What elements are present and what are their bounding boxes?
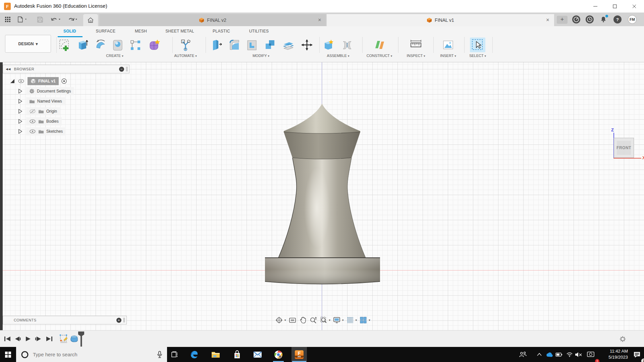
file-explorer-icon[interactable] (208, 347, 223, 362)
file-menu-button[interactable] (15, 15, 30, 24)
select-tool-button[interactable] (470, 38, 485, 52)
look-at-icon[interactable] (288, 316, 297, 324)
timeline-play-button[interactable] (23, 335, 33, 343)
create-form-button[interactable] (146, 38, 162, 52)
timeline-position-marker[interactable] (77, 331, 85, 348)
panel-minimize-icon[interactable]: − (119, 67, 124, 72)
model-body[interactable] (255, 97, 382, 290)
view-cube[interactable]: Z FRONT X (607, 127, 644, 164)
group-construct[interactable]: CONSTRUCT ▾ (367, 54, 392, 58)
ribbon-tab-solid[interactable]: SOLID (63, 29, 76, 34)
viewports-icon[interactable] (359, 316, 367, 324)
timeline-step-forward-button[interactable] (34, 335, 43, 343)
taskbar-search[interactable] (16, 347, 167, 362)
start-button[interactable] (0, 347, 16, 362)
press-pull-button[interactable] (209, 38, 224, 52)
timeline-step-back-button[interactable] (13, 335, 22, 343)
view-cube-front-face[interactable]: FRONT (614, 138, 634, 158)
undo-button[interactable] (49, 15, 63, 24)
user-avatar[interactable]: FM (628, 15, 637, 24)
automate-button[interactable] (178, 38, 193, 52)
tab-close-icon[interactable]: ✕ (317, 17, 323, 23)
group-assemble[interactable]: ASSEMBLE ▾ (327, 54, 350, 58)
chevron-down-icon[interactable]: ▾ (356, 318, 357, 322)
ribbon-tab-plastic[interactable]: PLASTIC (213, 29, 230, 34)
fit-icon[interactable] (320, 316, 328, 324)
group-insert[interactable]: INSERT ▾ (440, 54, 456, 58)
action-center-icon[interactable]: 2 (630, 347, 644, 362)
battery-icon[interactable] (553, 347, 564, 362)
workspace-selector[interactable]: DESIGN ▾ (5, 35, 51, 53)
chevron-down-icon[interactable]: ▾ (329, 318, 331, 322)
shell-button[interactable] (244, 38, 260, 52)
construct-plane-button[interactable] (372, 38, 387, 52)
left-panel-edge[interactable] (0, 62, 3, 330)
eye-icon[interactable] (29, 119, 36, 124)
close-button[interactable] (625, 0, 644, 12)
offset-face-button[interactable] (281, 38, 296, 52)
microphone-icon[interactable] (157, 351, 162, 358)
move-copy-button[interactable] (299, 38, 315, 52)
collapse-panel-icon[interactable]: ◀◀ (6, 67, 11, 71)
create-sketch-button[interactable] (57, 38, 72, 52)
ground-target-icon[interactable] (61, 78, 67, 84)
browser-panel-header[interactable]: ◀◀ BROWSER − (3, 65, 129, 73)
browser-item-named-views[interactable]: Named Views (18, 97, 65, 106)
orbit-icon[interactable] (275, 316, 283, 324)
mail-icon[interactable] (250, 347, 265, 362)
job-status-icon[interactable] (572, 15, 580, 23)
panel-grip[interactable] (123, 318, 125, 322)
browser-item-document-settings[interactable]: Document Settings (18, 87, 74, 96)
panel-grip[interactable] (126, 67, 127, 71)
expand-triangle-icon[interactable] (10, 79, 15, 83)
search-input[interactable] (33, 352, 140, 357)
rectangular-pattern-button[interactable] (128, 38, 143, 52)
ribbon-tab-utilities[interactable]: UTILITIES (249, 29, 269, 34)
hole-button[interactable] (110, 38, 125, 52)
comments-add-icon[interactable]: + (116, 318, 121, 323)
insert-canvas-button[interactable] (440, 38, 456, 52)
caret-right-icon[interactable] (18, 89, 22, 94)
task-view-button[interactable] (167, 347, 182, 362)
root-document-chip[interactable]: FINAL v1 (28, 77, 59, 85)
save-button[interactable] (35, 15, 45, 24)
eye-icon[interactable] (29, 129, 36, 134)
help-icon[interactable]: ? (613, 15, 622, 23)
notifications-bell-icon[interactable] (599, 15, 607, 23)
caret-right-icon[interactable] (18, 99, 22, 104)
new-component-button[interactable] (321, 38, 336, 52)
home-button[interactable] (83, 14, 98, 26)
document-tab-final-v1[interactable]: FINAL v1 ✕ (327, 14, 554, 26)
document-tab-final-v2[interactable]: FINAL v2 ✕ (99, 14, 326, 26)
viewport-canvas[interactable]: ◀◀ BROWSER − FINAL v1 Document Settings (3, 62, 644, 330)
group-automate[interactable]: AUTOMATE ▾ (174, 54, 197, 58)
grid-display-icon[interactable] (346, 316, 354, 324)
fillet-button[interactable] (226, 38, 242, 52)
app-grid-icon[interactable] (3, 15, 13, 24)
zoom-icon[interactable] (309, 316, 317, 324)
chrome-icon[interactable] (271, 347, 286, 362)
history-clock-icon[interactable] (586, 15, 594, 23)
chevron-down-icon[interactable]: ▾ (284, 318, 286, 322)
taskbar-clock[interactable]: 11:42 AM 5/19/2023 (600, 348, 628, 360)
maximize-button[interactable] (605, 0, 625, 12)
group-select[interactable]: SELECT ▾ (469, 54, 486, 58)
group-modify[interactable]: MODIFY ▾ (253, 54, 269, 58)
fusion-360-taskbar-icon[interactable]: F360 (291, 347, 307, 362)
joint-button[interactable] (339, 38, 355, 52)
settings-gear-icon[interactable] (618, 335, 627, 343)
tray-chevron-up-icon[interactable] (534, 347, 545, 362)
caret-right-icon[interactable] (18, 119, 22, 124)
volume-muted-icon[interactable] (573, 347, 584, 362)
pan-icon[interactable] (299, 316, 307, 324)
browser-item-sketches[interactable]: Sketches (18, 127, 66, 136)
minimize-button[interactable] (586, 0, 605, 12)
comments-panel-header[interactable]: COMMENTS + (3, 316, 127, 324)
redo-button[interactable] (66, 15, 80, 24)
timeline-skip-end-button[interactable] (45, 335, 54, 343)
eye-hidden-icon[interactable] (29, 109, 36, 114)
revolve-button[interactable] (93, 38, 108, 52)
browser-item-bodies[interactable]: Bodies (18, 117, 62, 126)
combine-button[interactable] (262, 38, 278, 52)
display-driver-icon[interactable]: ! (584, 347, 598, 362)
